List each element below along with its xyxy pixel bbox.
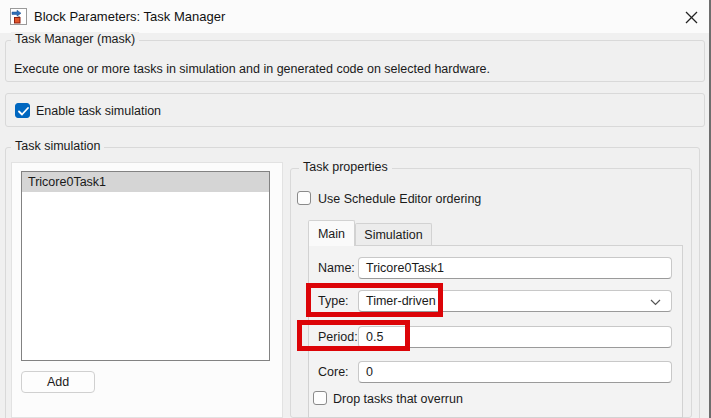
checkmark-icon	[18, 107, 29, 116]
tab-simulation[interactable]: Simulation	[355, 223, 432, 246]
chevron-down-icon	[650, 299, 661, 306]
core-field[interactable]: 0	[358, 361, 672, 383]
title-bar: Block Parameters: Task Manager	[0, 0, 711, 33]
list-item[interactable]: Tricore0Task1	[22, 172, 269, 192]
period-highlight-annotation	[297, 320, 410, 351]
mask-group-title: Task Manager (mask)	[11, 32, 139, 46]
add-task-button[interactable]: Add	[21, 371, 95, 393]
use-schedule-editor-checkbox[interactable]	[297, 191, 311, 205]
enable-task-simulation-checkbox[interactable]	[15, 103, 30, 118]
type-highlight-annotation	[306, 283, 443, 317]
close-button[interactable]	[679, 5, 703, 29]
name-field[interactable]: Tricore0Task1	[358, 257, 672, 279]
enable-task-simulation-label: Enable task simulation	[36, 104, 161, 118]
name-field-label: Name:	[318, 257, 355, 279]
mask-group: Task Manager (mask) Execute one or more …	[5, 40, 705, 82]
enable-group: Enable task simulation	[5, 93, 705, 127]
task-listbox[interactable]: Tricore0Task1	[21, 171, 270, 361]
window-title: Block Parameters: Task Manager	[34, 0, 225, 33]
drop-tasks-checkbox[interactable]	[313, 391, 327, 405]
use-schedule-editor-label: Use Schedule Editor ordering	[318, 192, 481, 206]
tab-main[interactable]: Main	[308, 220, 355, 246]
mask-description: Execute one or more tasks in simulation …	[14, 62, 490, 76]
drop-tasks-label: Drop tasks that overrun	[333, 392, 463, 406]
simulink-block-icon	[10, 8, 27, 25]
core-field-label: Core:	[318, 361, 349, 383]
close-icon	[685, 11, 698, 24]
task-simulation-title: Task simulation	[11, 139, 104, 153]
task-properties-title: Task properties	[299, 160, 392, 174]
block-parameters-dialog: Block Parameters: Task Manager Task Mana…	[0, 0, 711, 418]
